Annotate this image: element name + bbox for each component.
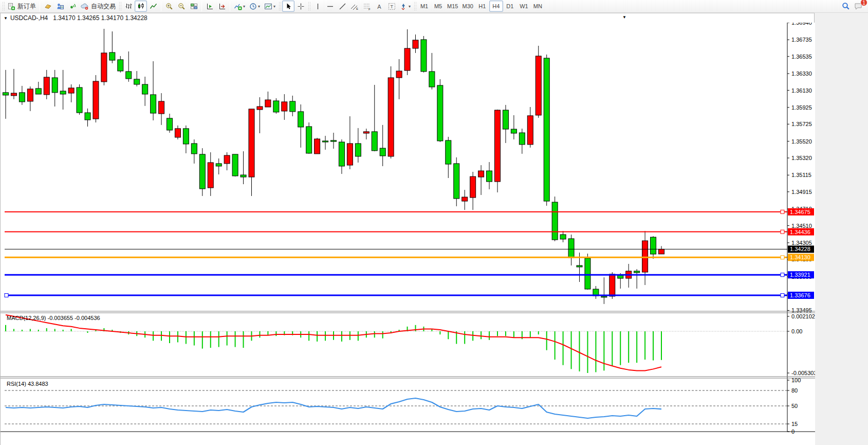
trendline-button[interactable] [336, 1, 348, 12]
candle-body [396, 71, 402, 78]
add-indicator-button[interactable]: ▾ [232, 1, 247, 12]
svg-text:1.34305: 1.34305 [791, 240, 812, 246]
line-handle[interactable] [781, 230, 784, 234]
candle-body [601, 296, 607, 297]
chevron-down-icon: ▾ [243, 4, 245, 9]
svg-text:80: 80 [791, 387, 798, 394]
svg-text:1.36330: 1.36330 [791, 70, 812, 77]
signal-icon [69, 3, 77, 10]
periods-button[interactable]: ▾ [247, 1, 262, 12]
tile-windows-button[interactable] [188, 1, 200, 12]
cursor-button[interactable] [282, 1, 294, 12]
timeframe-m5-button[interactable]: M5 [431, 1, 445, 12]
candle-body [355, 144, 361, 156]
candle-body [659, 249, 664, 254]
fibonacci-button[interactable]: F [361, 1, 373, 12]
candle-body [339, 142, 344, 166]
vertical-line-button[interactable] [311, 1, 324, 12]
chevron-down-icon: ▾ [258, 4, 260, 9]
text-label-button[interactable]: T [385, 1, 398, 12]
candle-body [519, 133, 525, 145]
candle-body [618, 275, 623, 278]
zoom-in-button[interactable] [163, 1, 175, 12]
svg-text:50: 50 [791, 403, 798, 409]
algo-trading-button[interactable]: 自动交易 [79, 1, 118, 12]
line-chart-button[interactable] [147, 1, 159, 12]
candle-body [651, 237, 656, 254]
candle-body [347, 144, 353, 165]
crosshair-icon [297, 3, 305, 10]
toolbar: 新订单自动交易▾▾▾EFAT▾M1M5M15M30H1H4D1W1MN1 [0, 0, 868, 13]
candle-body [315, 139, 320, 154]
profiles-button[interactable] [54, 1, 66, 12]
candle-body [52, 78, 58, 93]
toolbar-separator [40, 2, 40, 11]
svg-text:1.33676: 1.33676 [790, 292, 810, 298]
line-handle[interactable] [781, 210, 784, 213]
text-button[interactable]: A [373, 1, 385, 12]
candle-body [11, 93, 16, 96]
chart-shift-marker-icon[interactable]: ▼ [622, 15, 626, 20]
chevron-down-icon: ▾ [273, 4, 275, 9]
new-order-button[interactable]: 新订单 [6, 1, 38, 12]
templates-button[interactable]: ▾ [262, 1, 278, 12]
template-icon [264, 3, 272, 10]
candle-body [27, 89, 33, 101]
candle-body [208, 163, 213, 188]
zoom-in-icon [165, 3, 173, 10]
svg-text:1.34510: 1.34510 [791, 223, 812, 229]
timeframe-m15-button[interactable]: M15 [445, 1, 460, 12]
candle-body [527, 116, 533, 145]
timeframe-m1-button[interactable]: M1 [417, 1, 431, 12]
wallet-icon-button[interactable] [42, 1, 54, 12]
zoom-out-button[interactable] [175, 1, 188, 12]
search-icon [842, 2, 850, 10]
timeframe-w1-button[interactable]: W1 [517, 1, 531, 12]
candle-body [363, 132, 369, 133]
timeframe-mn-button[interactable]: MN [531, 1, 545, 12]
wallet-icon [44, 3, 52, 10]
svg-text:1.34130: 1.34130 [790, 254, 810, 260]
svg-text:1.34436: 1.34436 [790, 229, 810, 235]
line-handle[interactable] [5, 294, 8, 297]
candle-body [511, 129, 516, 133]
candle-body [421, 40, 427, 72]
horizontal-line-button[interactable] [324, 1, 336, 12]
svg-text:1.36535: 1.36535 [791, 54, 812, 60]
candle-body [544, 58, 549, 201]
candle-body [44, 77, 49, 95]
arrows-button[interactable]: ▾ [398, 1, 413, 12]
candle-body [323, 141, 328, 142]
candle-body [142, 84, 148, 94]
chart-dropdown-icon[interactable]: ▼ [4, 16, 8, 21]
chart-window: ▼ USDCAD-,H4 1.34170 1.34265 1.34170 1.3… [0, 13, 815, 445]
timeframe-h4-button[interactable]: H4 [489, 1, 503, 12]
svg-text:15: 15 [791, 421, 798, 427]
candle-body [642, 241, 648, 272]
chart-canvas[interactable]: 1.369401.367351.365351.363301.361301.359… [1, 23, 815, 445]
notifications-button[interactable]: 1 [852, 1, 865, 12]
line-handle[interactable] [781, 273, 784, 277]
toolbar-handle [2, 2, 5, 11]
svg-text:A: A [377, 3, 381, 9]
chart-shift-button[interactable] [216, 1, 228, 12]
candle-body [126, 72, 132, 79]
candle-body [151, 95, 156, 113]
timeframe-d1-button[interactable]: D1 [503, 1, 517, 12]
bar-chart-button[interactable] [122, 1, 135, 12]
signals-button[interactable] [66, 1, 79, 12]
linechart-icon [150, 3, 157, 10]
rsi-indicator-label: RSI(14) 43.8483 [7, 381, 48, 387]
candle-body [331, 140, 337, 141]
equidistant-channel-button[interactable]: E [348, 1, 361, 12]
crosshair-button[interactable] [294, 1, 307, 12]
auto-scroll-button[interactable] [204, 1, 216, 12]
candlestick-chart-button[interactable] [135, 1, 147, 12]
toolbar-handle [308, 2, 310, 11]
timeframe-m30-button[interactable]: M30 [460, 1, 475, 12]
toolbar-handle [279, 2, 281, 11]
line-handle[interactable] [781, 294, 784, 297]
timeframe-h1-button[interactable]: H1 [475, 1, 489, 12]
line-handle[interactable] [781, 256, 784, 259]
search-button[interactable] [840, 1, 852, 12]
